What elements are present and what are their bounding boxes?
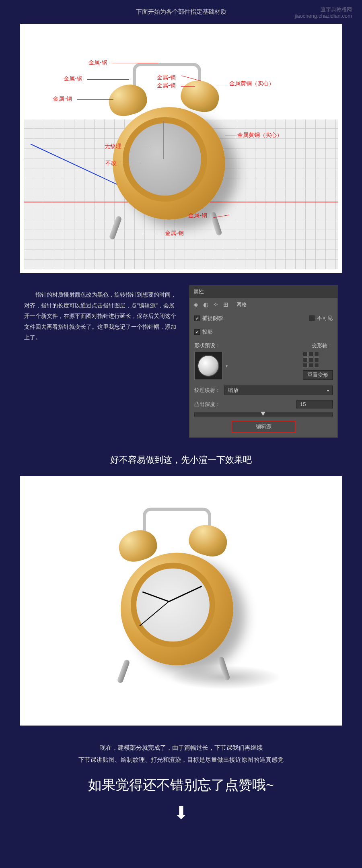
panel-title: 属性: [189, 286, 337, 298]
label-no-change: 不改: [105, 160, 117, 167]
section-title: 下面开始为各个部件指定基础材质: [20, 8, 342, 16]
checkbox-icon: ✓: [194, 315, 200, 321]
label-steel-between: 金属-钢: [157, 82, 176, 89]
shape-preview[interactable]: [194, 352, 222, 380]
label-steel-leg-l: 金属-钢: [165, 230, 184, 237]
extrude-slider[interactable]: [194, 412, 333, 416]
label-brass-bell: 金属黄铜（实心）: [229, 80, 274, 87]
clock-face: [131, 563, 215, 647]
chevron-down-icon: ▾: [327, 388, 329, 393]
label-line: [216, 85, 228, 85]
leg-left: [109, 215, 122, 240]
texture-map-row: 纹理映射： 缩放 ▾: [189, 383, 337, 398]
mesh-icon[interactable]: ⊞: [223, 301, 228, 308]
checkbox-icon: [309, 315, 315, 321]
texture-map-dropdown[interactable]: 缩放 ▾: [224, 386, 333, 395]
material-diagram-frame: 金属-钢 金属-钢 金属-钢 金属-钢 金属-钢 金属黄铜（实心） 金属黄铜（实…: [20, 24, 342, 273]
catch-shadow-label: 捕捉阴影: [202, 315, 223, 322]
label-line: [225, 136, 237, 136]
leg-right: [210, 211, 222, 236]
chevron-down-icon[interactable]: ▾: [226, 364, 228, 368]
watermark-brand: 查字典教程网: [321, 6, 352, 13]
cta-like: 如果觉得还不错别忘了点赞哦~: [20, 776, 342, 794]
label-line: [143, 234, 163, 234]
rendered-preview-frame: [20, 476, 342, 726]
label-no-texture: 无纹理: [105, 143, 121, 150]
properties-panel: 属性 ◈ ◐ ✧ ⊞ 网格 ✓ 捕捉阴影 不可见 ✓: [189, 285, 338, 438]
invisible-checkbox[interactable]: 不可见: [309, 315, 333, 322]
texture-map-label: 纹理映射：: [194, 387, 220, 394]
label-line: [120, 164, 141, 164]
cube-icon[interactable]: ◈: [193, 301, 198, 308]
label-brass-body: 金属黄铜（实心）: [237, 132, 282, 139]
label-steel-bell-l: 金属-钢: [53, 95, 72, 103]
label-line: [124, 147, 149, 147]
projection-checkbox[interactable]: ✓ 投影: [194, 328, 213, 336]
panel-toolbar: ◈ ◐ ✧ ⊞ 网格: [189, 298, 337, 311]
label-line: [112, 63, 158, 63]
instruction-row: 指针的材质慢射颜色改为黑色，旋转指针到想要的时间，对齐，指针的长度可以通过点击指…: [20, 285, 342, 438]
shadow-section: ✓ 捕捉阴影 不可见: [189, 311, 337, 325]
sphere-icon[interactable]: ◐: [203, 301, 208, 308]
slider-thumb-icon: [261, 412, 265, 416]
leg-left: [117, 659, 130, 684]
checkbox-icon: ✓: [194, 329, 200, 335]
extrude-depth-label: 凸出深度：: [194, 401, 220, 408]
label-steel-handle: 金属-钢: [88, 59, 107, 66]
clock-face: [123, 117, 207, 202]
outro-text: 现在，建模部分就完成了，由于篇幅过长，下节课我们再继续 下节课讲贴图、绘制纹理、…: [20, 742, 342, 766]
mesh-label: 网格: [237, 301, 247, 308]
extrude-depth-field[interactable]: 15: [296, 400, 333, 408]
label-line: [77, 99, 113, 100]
edit-source-button[interactable]: 编辑源: [231, 421, 296, 433]
shape-preview-thumb: [197, 355, 219, 377]
instruction-paragraph: 指针的材质慢射颜色改为黑色，旋转指针到想要的时间，对齐，指针的长度可以通过点击指…: [24, 285, 177, 438]
label-steel-belltop-l: 金属-钢: [64, 75, 82, 82]
invisible-label: 不可见: [317, 315, 333, 322]
texture-map-value: 缩放: [228, 387, 239, 394]
reset-deform-button[interactable]: 重置变形: [303, 370, 333, 380]
label-steel-leg-r: 金属-钢: [188, 212, 207, 219]
deform-axis-label: 变形轴：: [303, 342, 333, 349]
clock-rendered: [105, 500, 257, 693]
catch-shadow-checkbox[interactable]: ✓ 捕捉阴影: [194, 315, 223, 322]
light-icon[interactable]: ✧: [213, 301, 218, 308]
proj-section: ✓ 投影: [189, 325, 337, 339]
label-line: [87, 79, 129, 80]
projection-label: 投影: [202, 328, 213, 336]
shape-section: 形状预设： ▾ 变形轴： 重置变形: [189, 339, 337, 383]
render-subtitle: 好不容易做到这，先小渲一下效果吧: [20, 454, 342, 466]
clock-hand: [163, 121, 164, 159]
watermark-url: jiaocheng.chazidian.com: [295, 13, 352, 19]
extrude-row: 凸出深度： 15: [189, 398, 337, 411]
deform-axis-grid[interactable]: [303, 352, 333, 368]
label-steel-belltop-r: 金属-钢: [157, 74, 176, 81]
shape-preset-label: 形状预设：: [194, 342, 228, 349]
arrow-down-icon: ⬇: [20, 802, 342, 823]
outro-line-1: 现在，建模部分就完成了，由于篇幅过长，下节课我们再继续: [20, 742, 342, 754]
label-line: [181, 86, 195, 87]
outro-line-2: 下节课讲贴图、绘制纹理、打光和渲染，目标是尽量做出接近原图的逼真感觉: [20, 754, 342, 766]
